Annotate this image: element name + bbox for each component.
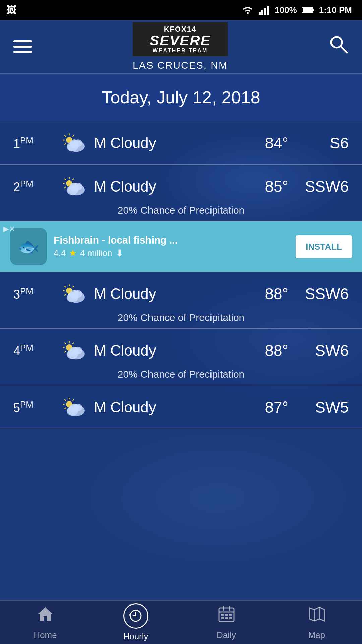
hourly-forecast-list: 1PM M Cloudy 84° S6 [0, 121, 362, 429]
svg-point-61 [74, 347, 82, 354]
ad-content: Fishbrain - local fishing ... 4.4 ★ 4 mi… [54, 234, 289, 259]
wind-direction: SW6 [295, 341, 349, 360]
hour-time: 5PM [13, 399, 54, 415]
map-icon [308, 605, 326, 627]
svg-rect-7 [303, 8, 312, 12]
svg-line-15 [65, 135, 66, 137]
bottom-navigation: Home Hourly [0, 600, 362, 644]
precipitation-chance: 20% Chance of Precipitation [13, 201, 349, 216]
menu-button[interactable] [13, 40, 32, 53]
logo-weather-team: WEATHER TEAM [139, 48, 221, 54]
ad-app-icon: 🐟 [10, 228, 47, 265]
svg-line-54 [65, 343, 66, 344]
svg-line-43 [65, 294, 66, 296]
svg-point-0 [247, 12, 249, 14]
partly-cloudy-icon [60, 339, 87, 361]
condition-text: M Cloudy [94, 285, 235, 302]
svg-point-74 [74, 404, 82, 411]
ad-meta: 4.4 ★ 4 million ⬇ [54, 248, 289, 259]
wind-direction: SSW6 [295, 177, 349, 196]
date-text: Today, July 12, 2018 [102, 88, 260, 107]
partly-cloudy-icon [60, 175, 87, 197]
wifi-icon [242, 5, 254, 15]
hourly-row: 4PM M Cloudy 88° SW6 [0, 329, 362, 385]
ad-star-icon: ★ [69, 248, 77, 258]
svg-point-35 [74, 183, 82, 190]
status-right: 100% 1:10 PM [242, 5, 352, 15]
ad-users: 4 million [80, 248, 112, 258]
hourly-row: 2PM M Cloudy 85° SSW6 [0, 165, 362, 221]
ad-title: Fishbrain - local fishing ... [54, 234, 289, 246]
brand-logo: KFOX14 SEVERE WEATHER TEAM [133, 22, 228, 56]
hour-time: 4PM [13, 343, 54, 358]
location-label: LAS CRUCES, NM [133, 60, 228, 71]
hourly-icon-wrap [123, 603, 148, 629]
partly-cloudy-icon [60, 395, 87, 417]
nav-hourly-label: Hourly [123, 631, 148, 642]
battery-icon [302, 7, 314, 13]
hourly-row: 1PM M Cloudy 84° S6 [0, 121, 362, 165]
logo-section: KFOX14 SEVERE WEATHER TEAM LAS CRUCES, N… [133, 22, 228, 71]
svg-line-16 [73, 135, 74, 137]
battery-text: 100% [275, 5, 297, 15]
svg-line-41 [65, 286, 66, 287]
signal-icon [259, 5, 269, 15]
svg-rect-83 [225, 614, 228, 616]
weather-condition-icon [60, 282, 87, 305]
ad-dismiss-icon[interactable]: ▶✕ [3, 225, 15, 233]
weather-condition-icon [60, 131, 87, 154]
svg-line-69 [65, 408, 66, 409]
precipitation-chance: 20% Chance of Precipitation [13, 309, 349, 323]
hourly-row: 5PM M Cloudy 87° SW5 [0, 385, 362, 429]
svg-rect-2 [261, 10, 263, 15]
hourly-row: 3PM M Cloudy 88° SSW6 [0, 272, 362, 329]
hour-time: 3PM [13, 286, 54, 302]
nav-hourly[interactable]: Hourly [90, 601, 181, 644]
wind-direction: SW5 [295, 398, 349, 416]
nav-map[interactable]: Map [272, 601, 362, 644]
svg-line-68 [73, 399, 74, 401]
svg-rect-82 [221, 614, 224, 616]
status-left-icons: 🖼 [7, 0, 16, 20]
ad-rating: 4.4 [54, 248, 66, 258]
app-header: KFOX14 SEVERE WEATHER TEAM LAS CRUCES, N… [0, 20, 362, 74]
ad-download-icon: ⬇ [116, 248, 123, 259]
weather-condition-icon [60, 175, 87, 198]
svg-rect-6 [313, 9, 314, 11]
condition-text: M Cloudy [94, 342, 235, 359]
condition-text: M Cloudy [94, 135, 235, 151]
advertisement-banner: ▶✕ 🐟 Fishbrain - local fishing ... 4.4 ★… [0, 221, 362, 272]
svg-line-29 [73, 179, 74, 180]
svg-rect-4 [267, 6, 269, 15]
weather-condition-icon [60, 339, 87, 362]
temperature: 85° [241, 177, 288, 196]
partly-cloudy-icon [60, 282, 87, 304]
date-header: Today, July 12, 2018 [0, 74, 362, 121]
svg-point-22 [74, 139, 82, 147]
ad-install-button[interactable]: INSTALL [296, 235, 352, 258]
temperature: 84° [241, 134, 288, 152]
svg-point-48 [74, 290, 82, 298]
svg-rect-87 [229, 617, 232, 619]
precipitation-chance: 20% Chance of Precipitation [13, 365, 349, 380]
nav-home[interactable]: Home [0, 601, 90, 644]
partly-cloudy-icon [60, 131, 87, 153]
nav-daily[interactable]: Daily [181, 601, 272, 644]
home-icon [36, 605, 55, 627]
nav-daily-label: Daily [217, 630, 236, 640]
svg-line-42 [73, 286, 74, 287]
svg-line-67 [65, 399, 66, 401]
svg-line-28 [65, 179, 66, 180]
temperature: 88° [241, 341, 288, 360]
svg-line-9 [341, 46, 347, 53]
calendar-icon [217, 605, 236, 627]
search-button[interactable] [328, 34, 349, 59]
condition-text: M Cloudy [94, 178, 235, 195]
svg-rect-3 [264, 8, 266, 15]
nav-home-label: Home [34, 630, 57, 640]
svg-line-17 [65, 143, 66, 145]
temperature: 87° [241, 398, 288, 416]
nav-map-label: Map [308, 630, 325, 640]
hour-time: 2PM [13, 179, 54, 194]
hour-time: 1PM [13, 135, 54, 151]
